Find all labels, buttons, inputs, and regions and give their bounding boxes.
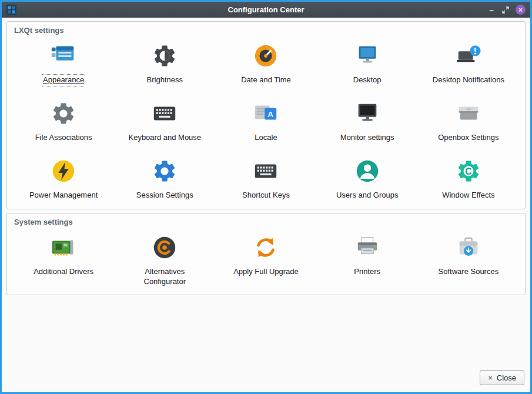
launcher-label: Power Management: [29, 191, 98, 201]
monitor-settings-icon: [354, 98, 381, 129]
launcher-label: Apply Full Upgrade: [233, 267, 299, 277]
file-associations-icon: [51, 98, 76, 129]
launcher-users-and-groups[interactable]: Users and Groups: [317, 151, 418, 201]
app-icon: [6, 5, 16, 15]
launcher-apply-full-upgrade[interactable]: Apply Full Upgrade: [215, 228, 316, 287]
shortcut-keys-icon: [252, 156, 279, 186]
launcher-monitor-settings[interactable]: Monitor settings: [317, 94, 418, 143]
additional-drivers-icon: [50, 232, 77, 263]
footer: × Close: [6, 365, 526, 388]
maximize-icon[interactable]: [501, 6, 510, 14]
close-button[interactable]: × Close: [480, 370, 524, 385]
svg-text:C: C: [465, 166, 471, 176]
date-time-icon: [252, 41, 279, 71]
launcher-label: Keyboard and Mouse: [128, 133, 201, 143]
lxqt-settings-group: LXQt settings Appearance Brightness: [6, 21, 526, 209]
alternatives-configurator-icon: [151, 232, 178, 263]
launcher-software-sources[interactable]: Software Sources: [418, 228, 519, 287]
desktop-icon: [354, 41, 381, 71]
launcher-label: Date and Time: [241, 75, 291, 85]
launcher-label: Software Sources: [439, 267, 499, 277]
launcher-session-settings[interactable]: Session Settings: [114, 151, 215, 201]
printers-icon: [354, 232, 381, 263]
system-settings-group-title: System settings: [13, 215, 519, 228]
launcher-window-effects[interactable]: C Window Effects: [418, 151, 519, 201]
session-settings-icon: [152, 156, 178, 186]
launcher-label: Desktop Notifications: [433, 75, 504, 85]
launcher-label: Printers: [354, 267, 380, 277]
launcher-printers[interactable]: Printers: [317, 228, 418, 287]
locale-icon: A: [252, 98, 279, 129]
close-window-button[interactable]: ×: [516, 5, 526, 15]
launcher-label: Alternatives Configurator: [126, 267, 203, 287]
close-button-label: Close: [497, 373, 516, 382]
lxqt-settings-group-title: LXQt settings: [13, 23, 519, 36]
launcher-desktop-notifications[interactable]: Desktop Notifications: [418, 36, 519, 85]
launcher-label: Locale: [255, 133, 277, 143]
window-title: Configuration Center: [2, 5, 530, 14]
launcher-desktop[interactable]: Desktop: [317, 36, 418, 85]
keyboard-mouse-icon: [151, 98, 178, 129]
launcher-alternatives-configurator[interactable]: Alternatives Configurator: [114, 228, 215, 287]
software-sources-icon: [455, 232, 482, 263]
close-x-icon: ×: [488, 373, 493, 382]
appearance-icon: [50, 41, 77, 71]
minimize-button[interactable]: –: [487, 6, 496, 14]
launcher-label: File Associations: [35, 133, 92, 143]
launcher-locale[interactable]: A Locale: [215, 94, 316, 143]
brightness-icon: [152, 41, 178, 71]
launcher-date-and-time[interactable]: Date and Time: [215, 36, 316, 85]
openbox-settings-icon: [455, 98, 482, 129]
launcher-shortcut-keys[interactable]: Shortcut Keys: [215, 151, 316, 201]
system-settings-grid: Additional Drivers Alternatives Configur…: [13, 228, 519, 287]
launcher-power-management[interactable]: Power Management: [13, 151, 114, 201]
configuration-center-window: Configuration Center – × LXQt settings A…: [0, 0, 532, 394]
window-effects-icon: C: [456, 156, 481, 186]
launcher-label: Shortcut Keys: [242, 191, 290, 201]
launcher-file-associations[interactable]: File Associations: [13, 94, 114, 143]
launcher-label: Monitor settings: [340, 133, 394, 143]
power-management-icon: [50, 156, 77, 186]
content-area: LXQt settings Appearance Brightness: [2, 18, 530, 392]
desktop-notifications-icon: [455, 41, 482, 71]
titlebar[interactable]: Configuration Center – ×: [2, 2, 530, 18]
launcher-keyboard-and-mouse[interactable]: Keyboard and Mouse: [114, 94, 215, 143]
launcher-label: Additional Drivers: [34, 267, 93, 277]
lxqt-settings-grid: Appearance Brightness Date and Time: [13, 36, 519, 201]
launcher-openbox-settings[interactable]: Openbox Settings: [418, 94, 519, 143]
apply-full-upgrade-icon: [252, 232, 279, 263]
launcher-label: Desktop: [353, 75, 382, 85]
launcher-additional-drivers[interactable]: Additional Drivers: [13, 228, 114, 287]
launcher-label: Window Effects: [442, 191, 494, 201]
launcher-label: Appearance: [43, 75, 84, 85]
system-settings-group: System settings Additional Drivers Alter…: [6, 213, 526, 296]
users-groups-icon: [354, 156, 381, 186]
launcher-appearance[interactable]: Appearance: [13, 36, 114, 85]
launcher-label: Users and Groups: [336, 191, 399, 201]
launcher-label: Brightness: [147, 75, 183, 85]
launcher-label: Session Settings: [136, 191, 193, 201]
launcher-brightness[interactable]: Brightness: [114, 36, 215, 85]
launcher-label: Openbox Settings: [438, 133, 498, 143]
svg-text:A: A: [268, 110, 274, 119]
